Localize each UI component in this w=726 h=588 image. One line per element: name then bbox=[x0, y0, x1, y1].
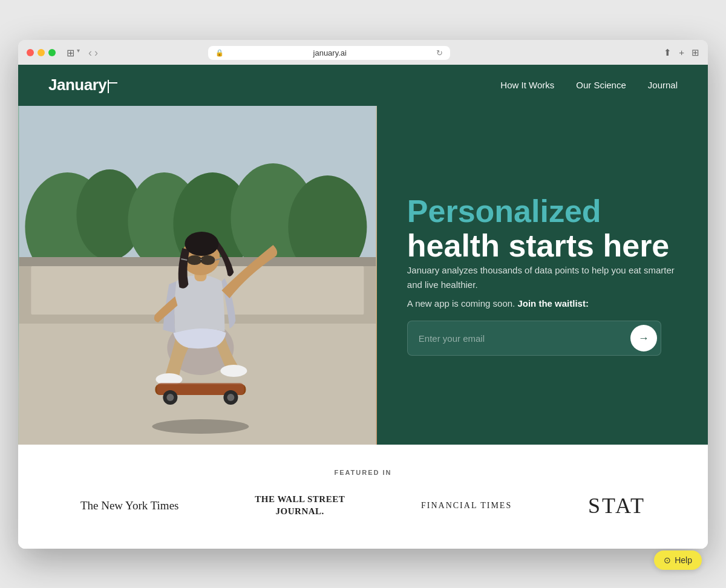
svg-point-28 bbox=[152, 419, 249, 434]
nav-arrows: ‹ › bbox=[88, 47, 98, 59]
ft-logo: FINANCIAL TIMES bbox=[421, 501, 512, 511]
help-label: Help bbox=[675, 555, 692, 565]
email-input[interactable] bbox=[419, 328, 630, 348]
browser-window: ⊞▾ ‹ › 🔒 january.ai ↻ ⬆ + ⊞ January How … bbox=[18, 40, 708, 549]
maximize-button[interactable] bbox=[48, 49, 56, 56]
hero-section: Personalized health starts here January … bbox=[18, 106, 708, 445]
waitlist-prefix: A new app is coming soon. bbox=[407, 298, 518, 309]
hero-title: Personalized health starts here bbox=[407, 194, 678, 263]
minimize-button[interactable] bbox=[38, 49, 45, 56]
wsj-logo: THE WALL STREETJOURNAL. bbox=[255, 494, 345, 517]
url-bar[interactable]: 🔒 january.ai ↻ bbox=[208, 46, 450, 60]
site-wrapper: January How It Works Our Science Journal bbox=[18, 65, 708, 549]
logo-dash bbox=[109, 82, 117, 83]
hero-waitlist: A new app is coming soon. Join the waitl… bbox=[407, 298, 678, 309]
nyt-logo: The New York Times bbox=[80, 499, 179, 512]
browser-actions: ⬆ + ⊞ bbox=[664, 47, 699, 58]
hero-illustration bbox=[18, 106, 377, 445]
nav-journal[interactable]: Journal bbox=[648, 80, 678, 90]
nav-how-it-works[interactable]: How It Works bbox=[500, 80, 554, 90]
refresh-button[interactable]: ↻ bbox=[436, 48, 443, 57]
submit-button[interactable]: → bbox=[630, 325, 657, 351]
arrow-icon: → bbox=[638, 332, 649, 345]
hero-image bbox=[18, 106, 377, 445]
help-icon: ⊙ bbox=[664, 555, 671, 565]
svg-point-16 bbox=[200, 255, 215, 265]
forward-button[interactable]: › bbox=[94, 47, 98, 59]
close-button[interactable] bbox=[27, 49, 34, 56]
hero-description: January analyzes thousands of data point… bbox=[407, 263, 678, 292]
featured-label: FEATURED IN bbox=[48, 469, 678, 476]
back-button[interactable]: ‹ bbox=[88, 47, 92, 59]
svg-point-15 bbox=[187, 255, 201, 265]
hero-title-colored: Personalized bbox=[407, 194, 601, 229]
new-tab-icon[interactable]: + bbox=[679, 47, 684, 58]
svg-point-26 bbox=[166, 394, 174, 401]
hero-title-white: health starts here bbox=[407, 228, 670, 263]
url-text: january.ai bbox=[227, 48, 433, 57]
stat-logo: STAT bbox=[588, 493, 646, 518]
email-form[interactable]: → bbox=[407, 321, 661, 356]
hero-photo bbox=[18, 106, 377, 445]
site-header: January How It Works Our Science Journal bbox=[18, 65, 708, 106]
traffic-lights bbox=[27, 49, 56, 56]
waitlist-cta: Join the waitlist: bbox=[517, 298, 589, 309]
featured-section: FEATURED IN The New York Times THE WALL … bbox=[18, 445, 708, 549]
help-button[interactable]: ⊙ Help bbox=[654, 550, 702, 570]
main-nav: How It Works Our Science Journal bbox=[500, 80, 678, 90]
nav-our-science[interactable]: Our Science bbox=[576, 80, 626, 90]
svg-point-27 bbox=[227, 394, 234, 401]
lock-icon: 🔒 bbox=[215, 49, 224, 57]
svg-point-21 bbox=[220, 365, 247, 377]
site-logo[interactable]: January bbox=[48, 76, 117, 94]
hero-content: Personalized health starts here January … bbox=[377, 106, 708, 445]
svg-point-14 bbox=[185, 232, 218, 256]
logo-text: January bbox=[48, 76, 106, 94]
share-icon[interactable]: ⬆ bbox=[664, 47, 672, 58]
press-logos: The New York Times THE WALL STREETJOURNA… bbox=[48, 493, 678, 518]
browser-chrome: ⊞▾ ‹ › 🔒 january.ai ↻ ⬆ + ⊞ bbox=[18, 40, 708, 65]
grid-icon[interactable]: ⊞ bbox=[692, 47, 699, 58]
sidebar-toggle[interactable]: ⊞▾ bbox=[67, 47, 80, 59]
